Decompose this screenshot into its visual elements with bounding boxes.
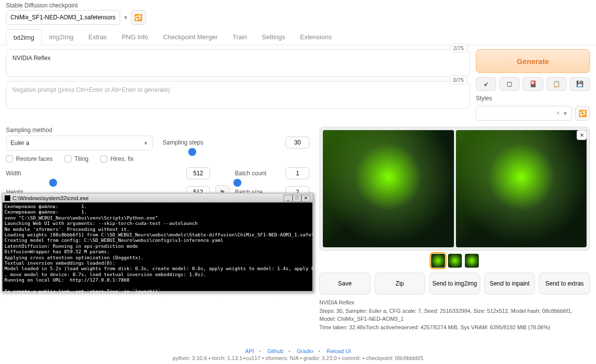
styles-refresh-button[interactable]: 🔁: [575, 106, 590, 121]
cmd-output: Скопировано файлов: 1. Скопировано файло…: [2, 203, 312, 323]
footer: API• Github• Gradio• Reload UI python: 3…: [0, 347, 596, 362]
sampling-steps-value[interactable]: [286, 137, 309, 148]
width-label: Width: [6, 170, 21, 177]
negprompt-placeholder: Negative prompt (press Ctrl+Enter or Alt…: [12, 86, 170, 93]
tiling-checkbox[interactable]: Tiling: [65, 155, 88, 162]
gallery-image-2[interactable]: [456, 130, 587, 247]
sampling-method-select[interactable]: Euler a▼: [6, 136, 153, 150]
thumbnail-2[interactable]: [448, 254, 462, 268]
chevron-down-icon: ▼: [123, 15, 128, 20]
gallery-image-1[interactable]: [323, 130, 454, 247]
cmd-maximize-button[interactable]: □: [293, 195, 301, 202]
tab-train[interactable]: Train: [225, 29, 254, 45]
version-text: python: 3.10.6 • torch: 1.13.1+cu117 • x…: [0, 355, 596, 361]
checkpoint-select[interactable]: [6, 10, 120, 25]
gallery-close-button[interactable]: ✕: [577, 130, 587, 140]
cmd-minimize-button[interactable]: _: [284, 195, 293, 202]
batch-count-value[interactable]: [286, 167, 309, 179]
tab-pnginfo[interactable]: PNG Info: [114, 29, 155, 45]
send-img2img-button[interactable]: Send to img2img: [429, 273, 480, 294]
arrow-tool-button[interactable]: ↙: [476, 77, 496, 91]
width-value[interactable]: [186, 167, 210, 179]
cmd-close-button[interactable]: ✕: [301, 195, 310, 202]
cmd-title-text: C:\Windows\system32\cmd.exe: [12, 195, 88, 201]
footer-link-gradio[interactable]: Gradio: [297, 348, 313, 354]
send-extras-button[interactable]: Send to extras: [539, 273, 590, 294]
save-tool-button[interactable]: 💾: [570, 77, 590, 91]
output-gallery[interactable]: ✕: [319, 127, 590, 251]
footer-link-github[interactable]: Github: [267, 348, 283, 354]
clipboard-tool-button[interactable]: 📋: [546, 77, 567, 91]
tab-settings[interactable]: Settings: [254, 29, 293, 45]
send-inpaint-button[interactable]: Send to inpaint: [484, 273, 535, 294]
cmd-window[interactable]: C:\Windows\system32\cmd.exe _ □ ✕ Скопир…: [1, 193, 313, 292]
tab-extensions[interactable]: Extensions: [293, 29, 339, 45]
tab-img2img[interactable]: img2img: [42, 29, 81, 45]
sampling-steps-label: Sampling steps: [163, 139, 204, 146]
prompt-token-count: 2/75: [450, 44, 467, 53]
styles-select[interactable]: ×▼: [476, 106, 572, 121]
prompt-text: NVIDIA Reflex: [12, 55, 51, 62]
save-button[interactable]: Save: [319, 273, 371, 294]
style-tool-button[interactable]: 🎴: [522, 77, 543, 91]
generate-button[interactable]: Generate: [476, 49, 590, 73]
footer-link-api[interactable]: API: [245, 348, 254, 354]
checkpoint-label: Stable Diffusion checkpoint: [6, 2, 146, 9]
batch-count-label: Batch count: [235, 170, 266, 177]
thumbnail-3[interactable]: [465, 254, 479, 268]
prompt-input[interactable]: 2/75 NVIDIA Reflex: [6, 49, 470, 77]
generation-info: NVIDIA Reflex Steps: 30, Sampler: Euler …: [319, 298, 590, 331]
tab-checkpoint-merger[interactable]: Checkpoint Merger: [155, 29, 225, 45]
negative-prompt-input[interactable]: 0/75 Negative prompt (press Ctrl+Enter o…: [6, 81, 470, 109]
cmd-titlebar[interactable]: C:\Windows\system32\cmd.exe _ □ ✕: [2, 194, 312, 203]
hires-fix-checkbox[interactable]: Hires. fix: [100, 155, 134, 162]
clear-tool-button[interactable]: ▢: [499, 77, 520, 91]
main-tabs: txt2img img2img Extras PNG Info Checkpoi…: [0, 29, 596, 45]
sampling-method-label: Sampling method: [6, 127, 153, 134]
cmd-icon: [4, 195, 10, 201]
zip-button[interactable]: Zip: [374, 273, 426, 294]
footer-link-reload[interactable]: Reload UI: [327, 348, 351, 354]
restore-faces-checkbox[interactable]: Restore faces: [6, 155, 53, 162]
thumbnail-1[interactable]: [431, 254, 445, 268]
checkpoint-refresh-button[interactable]: 🔁: [131, 10, 146, 25]
styles-label: Styles: [476, 95, 590, 102]
negprompt-token-count: 0/75: [450, 75, 467, 84]
tab-txt2img[interactable]: txt2img: [6, 29, 42, 45]
tab-extras[interactable]: Extras: [81, 29, 114, 45]
